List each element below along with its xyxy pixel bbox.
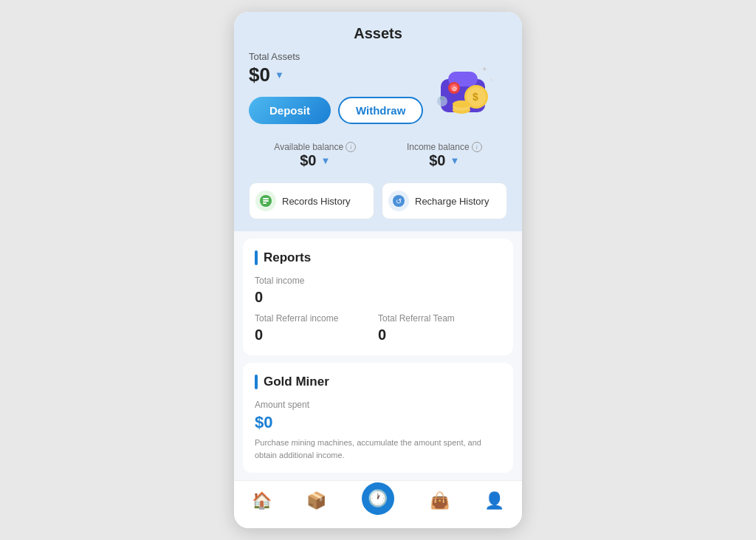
records-history-button[interactable]: Records History [249,182,374,219]
total-referral-team-item: Total Referral Team 0 [378,313,501,344]
available-balance-value: $0 ▼ [274,152,356,169]
main-content: Reports Total income 0 Total Referral in… [234,231,522,480]
box-icon: 📦 [306,491,326,510]
svg-rect-18 [263,202,267,204]
clock-icon-circle: 🕐 [362,482,394,515]
income-balance-item: Income balance i $0 ▼ [407,142,482,169]
deposit-button[interactable]: Deposit [249,97,331,124]
reports-section-bar [255,250,258,265]
wallet-icon: 👜 [430,491,450,510]
reports-card: Reports Total income 0 Total Referral in… [243,239,513,355]
total-referral-income-label: Total Referral income [255,313,378,324]
nav-item-profile[interactable]: 👤 [477,488,512,518]
total-assets-label: Total Assets [249,51,423,62]
reports-grid: Total income 0 Total Referral income 0 T… [255,276,501,344]
svg-point-12 [440,96,444,100]
withdraw-button[interactable]: Withdraw [338,97,423,124]
total-assets-dropdown-icon[interactable]: ▼ [275,69,284,81]
reports-section-title: Reports [255,250,501,265]
svg-text:✦: ✦ [481,65,487,73]
available-balance-dropdown-icon[interactable]: ▼ [320,155,330,166]
amount-spent-value: $0 [255,413,501,432]
gold-miner-description: Purchase mining machines, accumulate the… [255,437,501,461]
nav-item-box[interactable]: 📦 [299,488,334,518]
assets-header: Assets Total Assets $0 ▼ Deposit Withdra… [234,12,522,231]
available-balance-info-icon[interactable]: i [346,142,356,152]
total-assets-value: $0 ▼ [249,64,423,86]
balance-row: Available balance i $0 ▼ Income balance … [249,136,507,182]
total-referral-income-item: Total Referral income 0 [255,313,378,344]
total-referral-income-value: 0 [255,327,378,344]
recharge-history-icon: ↺ [388,191,409,211]
svg-text:$: $ [472,91,478,103]
assets-top-row: Total Assets $0 ▼ Deposit Withdraw [249,51,507,136]
nav-item-clock[interactable]: 🕐 [354,488,402,518]
assets-left: Total Assets $0 ▼ Deposit Withdraw [249,51,423,136]
records-history-icon [255,191,276,211]
profile-icon: 👤 [484,491,504,510]
recharge-history-button[interactable]: ↺ Recharge History [382,182,507,219]
action-buttons: Deposit Withdraw [249,97,423,124]
recharge-history-label: Recharge History [415,196,489,207]
total-income-label: Total income [255,276,501,286]
gold-miner-section-bar [255,375,258,389]
available-balance-label: Available balance i [274,142,356,152]
total-referral-team-label: Total Referral Team [378,313,501,324]
svg-text:✦: ✦ [489,77,494,83]
income-balance-info-icon[interactable]: i [472,142,482,152]
history-buttons: Records History ↺ Recharge History [249,182,507,231]
income-balance-value: $0 ▼ [407,152,482,169]
svg-text:⚙: ⚙ [452,86,457,92]
available-balance-item: Available balance i $0 ▼ [274,142,356,169]
phone-container: Assets Total Assets $0 ▼ Deposit Withdra… [234,12,522,528]
total-income-item: Total income 0 [255,276,501,306]
assets-illustration: $ ⚙ ✦ ✦ [426,51,507,125]
gold-miner-card: Gold Miner Amount spent $0 Purchase mini… [243,363,513,473]
amount-spent-label: Amount spent [255,400,501,410]
total-income-value: 0 [255,289,501,306]
svg-point-7 [453,100,470,108]
bottom-nav: 🏠 📦 🕐 👜 👤 [234,480,522,528]
svg-text:↺: ↺ [396,197,402,205]
svg-rect-16 [263,198,269,199]
home-icon: 🏠 [252,491,272,510]
gold-miner-section-title: Gold Miner [255,375,501,389]
income-balance-label: Income balance i [407,142,482,152]
svg-rect-17 [263,200,269,202]
page-title: Assets [249,25,507,51]
total-referral-team-value: 0 [378,327,501,344]
nav-item-home[interactable]: 🏠 [244,488,279,518]
records-history-label: Records History [282,196,350,207]
income-balance-dropdown-icon[interactable]: ▼ [450,155,459,166]
nav-item-wallet[interactable]: 👜 [422,488,457,518]
